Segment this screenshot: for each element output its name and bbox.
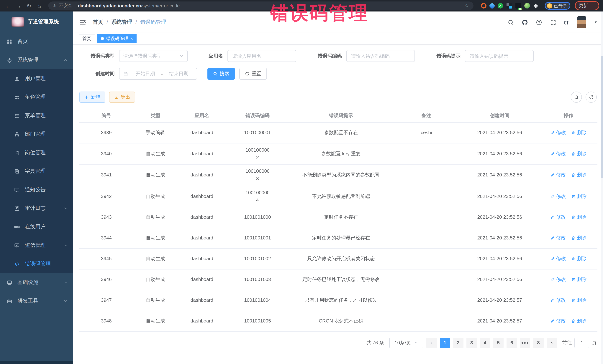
sidebar-item-infra[interactable]: 基础设施	[0, 273, 73, 292]
edit-button[interactable]: 修改	[550, 150, 566, 157]
delete-button[interactable]: 删除	[571, 297, 587, 304]
edit-button[interactable]: 修改	[550, 193, 566, 200]
scrollbar-thumb[interactable]	[601, 56, 603, 178]
error-code-input[interactable]	[346, 50, 415, 62]
trash-icon	[571, 215, 576, 220]
delete-button[interactable]: 删除	[571, 193, 587, 200]
sidebar-item-post[interactable]: 岗位管理	[0, 143, 73, 162]
table-row: 3941自动生成dashboard100100000 3不能删除类型为系统内置的…	[79, 165, 597, 186]
edit-button[interactable]: 修改	[550, 214, 566, 221]
page-ellipsis[interactable]: ●●●	[520, 338, 530, 348]
profile-paused-badge[interactable]: 已暂停	[545, 2, 570, 10]
delete-button[interactable]: 删除	[571, 171, 587, 179]
hamburger-icon[interactable]	[79, 19, 87, 26]
breadcrumb-home[interactable]: 首页	[93, 19, 103, 26]
sidebar-item-home[interactable]: 首页	[0, 32, 73, 51]
font-size-icon[interactable]: tT	[564, 19, 569, 25]
extension-gem-icon[interactable]	[489, 3, 495, 9]
cell-id: 3948	[79, 315, 133, 328]
create-time-range-picker[interactable]: 开始日期 - 结束日期	[119, 68, 197, 80]
edit-button[interactable]: 修改	[550, 297, 566, 304]
page-button-6[interactable]: 6	[507, 338, 517, 348]
cell-time: 2021-04-20 23:52:56	[460, 168, 540, 182]
toggle-search-button[interactable]	[571, 92, 582, 103]
delete-button[interactable]: 删除	[571, 255, 587, 263]
breadcrumb-system[interactable]: 系统管理	[111, 19, 132, 26]
app-name-input[interactable]	[227, 50, 296, 62]
sidebar-item-system[interactable]: 系统管理	[0, 51, 73, 69]
browser-update-chip[interactable]: 更新 ⋮	[575, 1, 599, 10]
edit-icon	[550, 319, 555, 323]
add-button[interactable]: 新增	[79, 92, 105, 103]
page-scrollbar[interactable]	[601, 11, 603, 364]
prev-page-button[interactable]: ‹	[426, 338, 437, 348]
column-header: 错误码编码	[226, 109, 289, 122]
goto-page-input[interactable]	[574, 338, 589, 348]
delete-button[interactable]: 删除	[571, 129, 587, 137]
extension-leaf-icon[interactable]	[524, 3, 530, 9]
help-icon[interactable]	[536, 19, 542, 25]
browser-back-icon[interactable]: ←	[4, 1, 13, 10]
edit-button[interactable]: 修改	[550, 129, 566, 137]
browser-menu-kebab-icon[interactable]: ⋮	[591, 3, 595, 8]
browser-reload-icon[interactable]: ↻	[24, 1, 33, 10]
reset-button[interactable]: 重置	[239, 68, 267, 80]
sidebar-item-dept[interactable]: 部门管理	[0, 125, 73, 143]
cell-memo	[393, 235, 460, 241]
extension-grid-icon[interactable]	[506, 3, 512, 9]
delete-button[interactable]: 删除	[571, 234, 587, 242]
address-bar[interactable]: ⚠ 不安全 dashboard.yudao.iocoder.cn/system/…	[48, 1, 473, 10]
extension-v-icon[interactable]: ✓	[498, 3, 503, 9]
delete-button[interactable]: 删除	[571, 214, 587, 221]
user-menu-caret-icon[interactable]: ▼	[594, 20, 597, 24]
sidebar-item-online-user[interactable]: 在线用户	[0, 218, 73, 236]
sidebar-item-dev-tools[interactable]: 研发工具	[0, 292, 73, 310]
delete-button[interactable]: 删除	[571, 150, 587, 157]
search-button[interactable]: 搜索	[208, 68, 235, 80]
page-button-4[interactable]: 4	[480, 338, 490, 348]
edit-button[interactable]: 修改	[550, 255, 566, 263]
delete-button[interactable]: 删除	[571, 318, 587, 325]
fullscreen-icon[interactable]	[550, 19, 556, 25]
error-msg-input[interactable]	[465, 50, 533, 62]
page-button-8[interactable]: 8	[533, 338, 544, 348]
sidebar-item-sms[interactable]: 短信管理	[0, 236, 73, 255]
tab-close-icon[interactable]: ×	[131, 36, 133, 41]
sidebar-item-notice[interactable]: 通知公告	[0, 180, 73, 199]
export-button[interactable]: 导出	[109, 92, 135, 103]
cell-code: 1001000001	[226, 126, 289, 140]
next-page-button[interactable]: ›	[547, 338, 557, 348]
edit-button[interactable]: 修改	[550, 171, 566, 179]
tab-home[interactable]: 首页	[79, 34, 95, 43]
bookmark-star-icon[interactable]: ☆	[464, 3, 469, 9]
sidebar-item-dict[interactable]: 字典管理	[0, 162, 73, 180]
page-button-5[interactable]: 5	[493, 338, 504, 348]
page-button-1[interactable]: 1	[440, 338, 450, 348]
edit-button[interactable]: 修改	[550, 234, 566, 242]
browser-home-icon[interactable]: ⌂	[35, 1, 44, 10]
user-avatar[interactable]	[577, 16, 586, 28]
table-row: 3947自动生成dashboard1001001004只有开启状态的任务，才可以…	[79, 290, 597, 311]
sidebar-logo-row[interactable]: 芋道管理系统	[0, 11, 73, 32]
header-search-icon[interactable]	[508, 19, 514, 25]
sidebar-item-role[interactable]: 角色管理	[0, 88, 73, 106]
extension-on-badge-icon[interactable]	[515, 3, 521, 9]
error-type-select[interactable]: 请选择错误码类型	[119, 50, 188, 62]
trash-icon	[571, 131, 576, 135]
page-size-select[interactable]: 10条/页	[389, 338, 423, 348]
edit-button[interactable]: 修改	[550, 318, 566, 325]
tab-error-code[interactable]: 错误码管理 ×	[97, 34, 137, 43]
delete-button[interactable]: 删除	[571, 276, 587, 283]
extension-ubiquity-icon[interactable]	[481, 3, 486, 9]
refresh-table-button[interactable]	[586, 92, 597, 103]
page-button-2[interactable]: 2	[453, 338, 464, 348]
sidebar-item-menu[interactable]: 菜单管理	[0, 106, 73, 125]
page-button-3[interactable]: 3	[466, 338, 477, 348]
browser-forward-icon[interactable]: →	[14, 1, 23, 10]
edit-button[interactable]: 修改	[550, 276, 566, 283]
extensions-puzzle-icon[interactable]	[533, 3, 539, 9]
sidebar-item-audit-log[interactable]: 审计日志	[0, 199, 73, 218]
sidebar-item-user[interactable]: 用户管理	[0, 69, 73, 88]
github-icon[interactable]	[522, 19, 528, 25]
sidebar-item-error-code[interactable]: 错误码管理	[0, 255, 73, 273]
